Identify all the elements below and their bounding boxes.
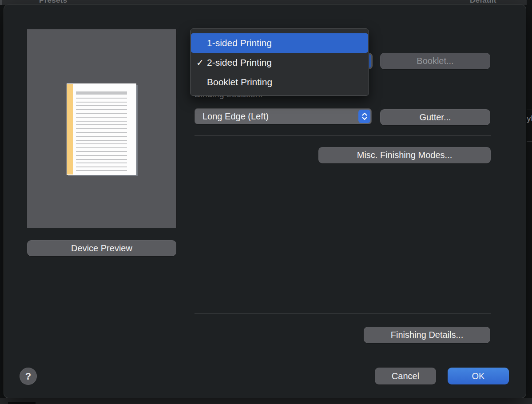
menu-item-label: 1-sided Printing xyxy=(207,38,272,48)
menu-item-booklet-printing[interactable]: Booklet Printing xyxy=(191,72,368,92)
background-window-border xyxy=(0,0,2,5)
booklet-label: Booklet... xyxy=(417,56,453,66)
checkmark-icon: ✓ xyxy=(196,57,207,68)
cancel-label: Cancel xyxy=(392,371,419,381)
misc-finishing-modes-button[interactable]: Misc. Finishing Modes... xyxy=(318,147,491,163)
misc-finishing-modes-label: Misc. Finishing Modes... xyxy=(357,150,453,160)
document-preview-thumbnail xyxy=(67,83,136,175)
device-preview-label: Device Preview xyxy=(71,243,132,253)
menu-item-label: 2-sided Printing xyxy=(207,57,272,68)
printer-features-dialog: Device Preview Booklet... Binding Locati… xyxy=(4,4,526,398)
print-preview-panel xyxy=(27,29,177,228)
ok-button[interactable]: OK xyxy=(448,368,509,384)
background-notch xyxy=(8,402,36,404)
finishing-details-label: Finishing Details... xyxy=(391,330,463,340)
binding-location-popup[interactable]: Long Edge (Left) xyxy=(195,108,372,124)
help-icon: ? xyxy=(25,371,31,382)
cancel-button[interactable]: Cancel xyxy=(375,368,436,384)
menu-item-label: Booklet Printing xyxy=(207,77,272,87)
help-button[interactable]: ? xyxy=(20,368,37,385)
menu-item-2-sided-printing[interactable]: ✓ 2-sided Printing xyxy=(191,53,368,72)
document-binding-edge xyxy=(67,84,73,174)
separator xyxy=(195,135,491,136)
background-window-bottom-edge xyxy=(0,398,532,404)
gutter-label: Gutter... xyxy=(419,112,451,123)
background-window-right-edge: yb xyxy=(527,0,532,404)
background-clipped-text: yb xyxy=(527,114,532,123)
document-text-lines xyxy=(76,98,127,171)
popup-chevrons-icon xyxy=(358,110,370,123)
background-divider xyxy=(527,141,532,142)
ok-label: OK xyxy=(472,371,485,381)
print-style-menu: 1-sided Printing ✓ 2-sided Printing Book… xyxy=(190,28,369,96)
binding-location-value: Long Edge (Left) xyxy=(202,111,269,122)
menu-item-1-sided-printing[interactable]: 1-sided Printing xyxy=(191,33,368,53)
document-title-line xyxy=(76,91,127,95)
device-preview-button[interactable]: Device Preview xyxy=(27,240,176,256)
finishing-details-button[interactable]: Finishing Details... xyxy=(364,327,490,343)
gutter-button[interactable]: Gutter... xyxy=(380,109,490,125)
booklet-button: Booklet... xyxy=(380,53,490,69)
separator xyxy=(195,313,491,314)
background-divider xyxy=(527,110,532,110)
